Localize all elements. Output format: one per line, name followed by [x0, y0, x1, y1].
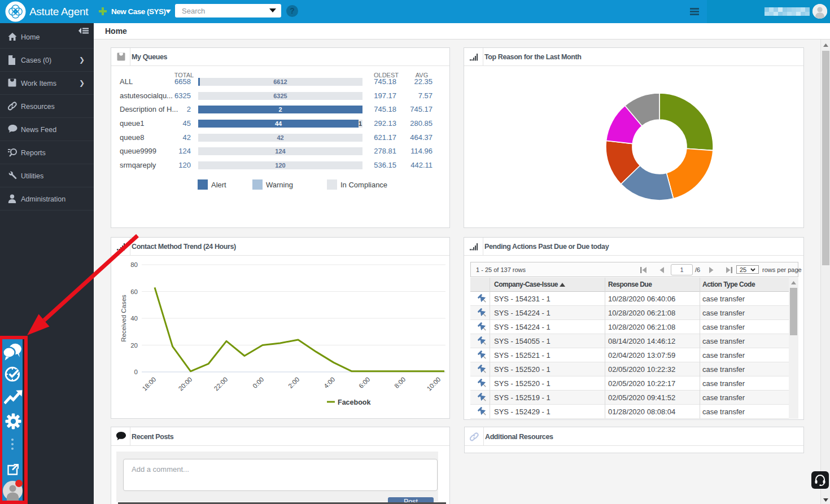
svg-text:0: 0	[134, 369, 138, 375]
svg-text:22:00: 22:00	[213, 376, 229, 392]
svg-text:10:00: 10:00	[426, 376, 442, 392]
svg-text:4:00: 4:00	[322, 376, 336, 389]
svg-text:18:00: 18:00	[141, 376, 158, 392]
svg-text:8:00: 8:00	[393, 376, 407, 389]
svg-text:2:00: 2:00	[287, 376, 300, 389]
svg-text:0:00: 0:00	[251, 376, 265, 389]
svg-text:6:00: 6:00	[357, 376, 371, 389]
svg-text:20:00: 20:00	[177, 376, 194, 392]
svg-text:Facebook: Facebook	[338, 398, 370, 406]
